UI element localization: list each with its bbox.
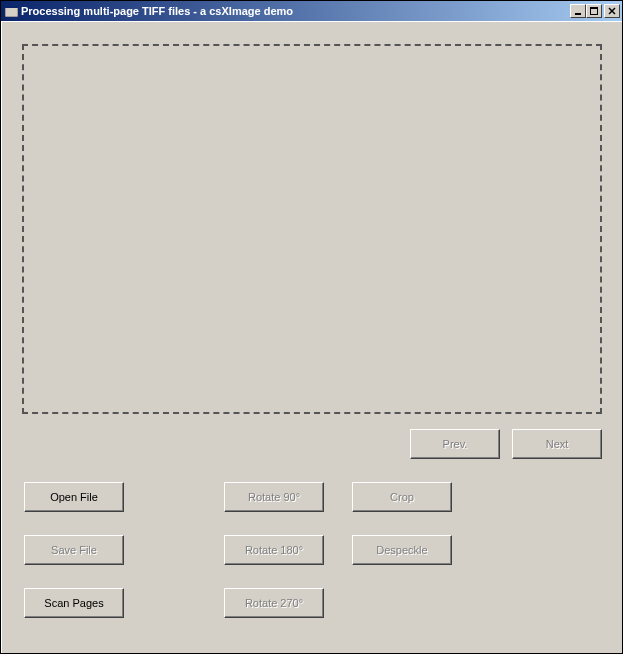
next-button[interactable]: Next: [512, 429, 602, 459]
image-preview-area: [22, 44, 602, 414]
window-controls: [570, 4, 622, 18]
titlebar: Processing multi-page TIFF files - a csX…: [1, 1, 622, 21]
close-button[interactable]: [604, 4, 620, 18]
scan-pages-button[interactable]: Scan Pages: [24, 588, 124, 618]
svg-rect-1: [5, 6, 18, 8]
svg-rect-2: [575, 13, 581, 15]
rotate-270-button[interactable]: Rotate 270°: [224, 588, 324, 618]
window-title: Processing multi-page TIFF files - a csX…: [21, 5, 570, 17]
open-file-button[interactable]: Open File: [24, 482, 124, 512]
save-file-button[interactable]: Save File: [24, 535, 124, 565]
despeckle-button[interactable]: Despeckle: [352, 535, 452, 565]
prev-button[interactable]: Prev.: [410, 429, 500, 459]
app-window: Processing multi-page TIFF files - a csX…: [0, 0, 623, 654]
client-area: Prev. Next Open File Save File Scan Page…: [1, 21, 622, 653]
rotate-90-button[interactable]: Rotate 90°: [224, 482, 324, 512]
minimize-button[interactable]: [570, 4, 586, 18]
rotate-180-button[interactable]: Rotate 180°: [224, 535, 324, 565]
crop-button[interactable]: Crop: [352, 482, 452, 512]
svg-rect-4: [590, 7, 598, 9]
app-icon: [4, 4, 18, 18]
maximize-button[interactable]: [586, 4, 602, 18]
